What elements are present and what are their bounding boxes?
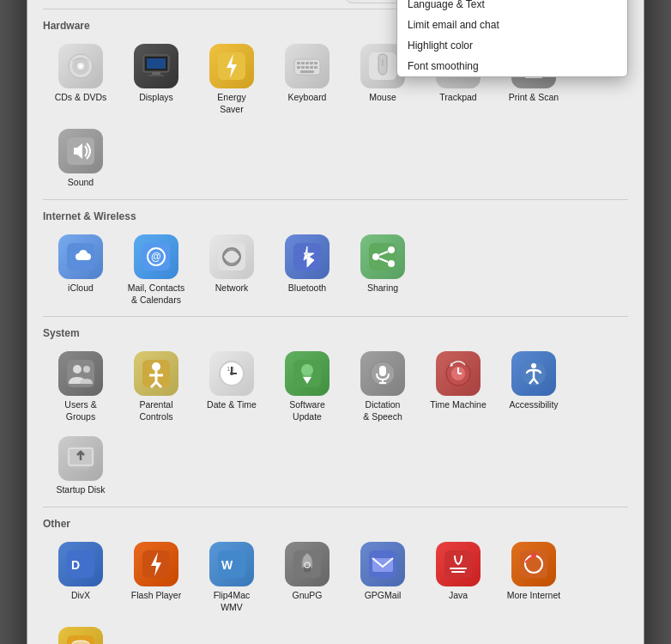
pref-software[interactable]: SoftwareUpdate [269,346,345,428]
pref-sound[interactable]: Sound [43,124,118,194]
pref-java[interactable]: Java [420,537,496,618]
gpgmail-label: GPGMail [365,590,402,602]
svg-point-101 [531,363,536,368]
svg-text:18: 18 [227,365,234,373]
svg-rect-47 [297,66,300,69]
svg-rect-50 [310,66,313,69]
icloud-icon [58,234,103,279]
keyboard-icon [285,44,329,88]
pref-flip4mac[interactable]: W Flip4MacWMV [194,537,269,618]
svg-rect-45 [310,62,313,64]
svg-point-34 [79,64,82,68]
pref-cds[interactable]: CDs & DVDs [43,39,118,120]
pref-users[interactable]: Users &Groups [43,346,118,428]
gnupg-icon [285,542,329,586]
cds-icon [58,44,103,88]
users-icon [58,351,103,396]
svg-rect-43 [301,62,305,64]
divx-icon: D [58,542,103,586]
parental-label: ParentalControls [139,399,172,422]
java-label: Java [449,590,468,602]
mouse-label: Mouse [369,92,396,104]
trackpad-label: Trackpad [439,92,476,104]
pref-datetime[interactable]: 18 Date & Time [194,346,269,428]
startup-label: Startup Disk [56,484,105,496]
dropdown-item-4[interactable]: Highlight color [397,35,627,56]
dropdown-item-5[interactable]: Font smoothing [397,56,627,76]
sound-label: Sound [68,177,94,189]
section-system: System [43,327,628,339]
pref-parental[interactable]: ParentalControls [118,346,194,428]
svg-rect-51 [314,66,317,69]
svg-rect-46 [314,62,317,64]
displays-label: Displays [139,92,173,104]
svg-rect-37 [152,72,160,75]
cds-label: CDs & DVDs [55,92,107,104]
pref-moreinternet[interactable]: More Internet [496,537,571,618]
timemachine-label: Time Machine [430,399,487,411]
svg-rect-120 [451,571,465,573]
mysql-icon [58,627,103,644]
svg-rect-92 [379,366,386,376]
pref-timemachine[interactable]: Time Machine [420,346,496,428]
pref-gpgmail[interactable]: GPGMail [345,537,420,618]
software-label: SoftwareUpdate [289,399,324,422]
pref-gnupg[interactable]: GnuPG [269,537,345,618]
software-icon [285,351,329,396]
timemachine-icon [436,351,481,396]
pref-mission[interactable]: MissionControl [269,0,345,3]
accessibility-icon [511,351,556,396]
svg-rect-66 [218,243,245,270]
pref-energy[interactable]: EnergySaver [194,39,269,120]
energy-label: EnergySaver [217,92,245,115]
pref-keyboard[interactable]: Keyboard [269,39,345,120]
svg-point-90 [301,364,313,376]
flip4mac-label: Flip4MacWMV [214,590,251,613]
svg-point-72 [388,260,395,267]
pref-mysql[interactable]: MySQL [43,622,118,644]
gpgmail-icon [360,542,405,586]
divider-hardware [43,199,628,200]
sharing-label: Sharing [367,283,398,295]
network-label: Network [215,283,249,295]
system-grid: Users &Groups ParentalControls [43,346,628,501]
energy-icon [209,44,254,88]
pref-bluetooth[interactable]: Bluetooth [269,229,345,311]
pref-mail[interactable]: @ Mail, Contacts& Calendars [118,229,194,311]
sharing-icon [360,234,405,279]
pref-general[interactable]: General [43,0,118,3]
dropdown-item-3[interactable]: Limit email and chat [397,15,627,35]
flip4mac-icon: W [209,542,254,586]
pref-network[interactable]: Network [194,229,269,311]
accessibility-label: Accessibility [509,399,558,411]
bluetooth-icon [285,234,329,279]
svg-point-88 [230,372,233,375]
datetime-label: Date & Time [207,399,257,411]
pref-dock[interactable]: Dock [194,0,269,3]
displays-icon [134,44,178,88]
svg-point-71 [372,253,379,260]
pref-sharing[interactable]: Sharing [345,229,420,311]
svg-rect-107 [72,467,89,470]
gnupg-label: GnuPG [292,590,322,602]
svg-text:W: W [221,558,233,572]
pref-icloud[interactable]: iCloud [43,229,118,311]
pref-accessibility[interactable]: Accessibility [496,346,571,428]
pref-dictation[interactable]: Dictation& Speech [345,346,420,428]
pref-displays[interactable]: Displays [118,39,194,120]
java-icon [436,542,481,586]
divider-system [43,507,628,507]
svg-point-70 [388,246,395,253]
print-label: Print & Scan [509,92,559,104]
dropdown-item-2[interactable]: Language & Text [397,0,627,15]
svg-point-76 [73,365,82,374]
svg-text:@: @ [151,251,161,263]
pref-divx[interactable]: D DivX [43,537,118,618]
pref-startup[interactable]: Startup Disk [43,431,118,501]
mail-label: Mail, Contacts& Calendars [128,283,185,306]
svg-point-77 [83,366,90,373]
pref-flash[interactable]: Flash Player [118,537,194,618]
pref-desktop[interactable]: New One... Desktop &Screen Saver [118,0,194,3]
svg-point-79 [152,362,160,371]
startup-icon [58,436,103,481]
